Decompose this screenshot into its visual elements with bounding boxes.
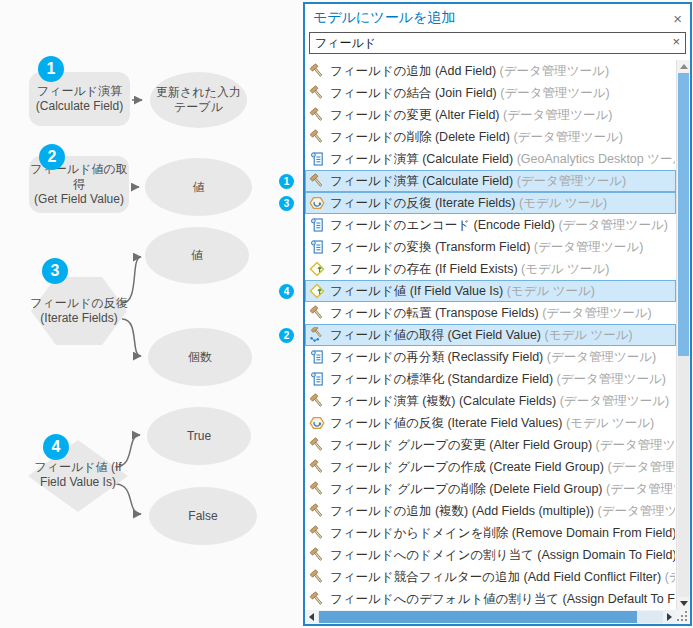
resize-grip[interactable] [676, 610, 690, 624]
diamond-icon [309, 283, 325, 299]
tool-row[interactable]: 3フィールドの反復 (Iterate Fields) (モデル ツール) [305, 192, 676, 214]
tool-row[interactable]: フィールド値の反復 (Iterate Field Values) (モデル ツー… [305, 412, 676, 434]
close-icon[interactable]: × [673, 11, 682, 26]
tool-label: フィールドの標準化 (Standardize Field) (データ管理ツール) [330, 371, 675, 388]
tool-row[interactable]: フィールド演算 (Calculate Field) (GeoAnalytics … [305, 148, 676, 170]
scroll-down-icon[interactable] [677, 597, 691, 610]
tool-row[interactable]: フィールドの再分類 (Reclassify Field) (データ管理ツール) [305, 346, 676, 368]
tool-row[interactable]: フィールドの転置 (Transpose Fields) (データ管理ツール) [305, 302, 676, 324]
tool-row[interactable]: フィールドへのデフォルト値の割り当て (Assign Default To Fi… [305, 588, 676, 610]
tool-label: フィールドの結合 (Join Field) (データ管理ツール) [330, 85, 675, 102]
output-false[interactable]: False [149, 487, 257, 545]
tool-name: フィールドの転置 (Transpose Fields) [330, 306, 542, 320]
model-canvas[interactable]: フィールド演算 (Calculate Field) 更新された入力 テーブル 1… [0, 0, 303, 628]
vertical-scroll-track[interactable] [678, 73, 689, 597]
node-iterate-fields-label: フィールドの反復 (Iterate Fields) [18, 296, 140, 326]
scroll-up-icon[interactable] [677, 60, 691, 73]
hammer-icon [309, 437, 325, 453]
tool-category: (データ管理ツール) [513, 130, 623, 144]
step-badge-1: 1 [38, 56, 64, 82]
tool-category: (データ管理ツール) [547, 350, 657, 364]
tool-name: フィールド演算 (Calculate Field) [330, 174, 517, 188]
tool-label: フィールドの追加 (Add Field) (データ管理ツール) [330, 63, 675, 80]
tool-name: フィールドの変換 (Transform Field) [330, 240, 534, 254]
hammer-icon [309, 85, 325, 101]
tool-row[interactable]: フィールドへのドメインの割り当て (Assign Domain To Field… [305, 544, 676, 566]
tool-row[interactable]: 4フィールド値 (If Field Value Is) (モデル ツール) [305, 280, 676, 302]
tool-row[interactable]: 1フィールド演算 (Calculate Field) (データ管理ツール) [305, 170, 676, 192]
tool-row[interactable]: フィールド演算 (複数) (Calculate Fields) (データ管理ツー… [305, 390, 676, 412]
tool-row[interactable]: フィールド グループの変更 (Alter Field Group) (データ管理… [305, 434, 676, 456]
search-input[interactable] [309, 32, 686, 54]
tool-category: (データ管理ツール) [503, 108, 613, 122]
tool-name: フィールドの反復 (Iterate Fields) [330, 196, 519, 210]
tool-name: フィールドの削除 (Delete Field) [330, 130, 513, 144]
horizontal-scrollbar[interactable] [305, 610, 676, 624]
step-badge-4: 4 [43, 434, 69, 460]
output-true[interactable]: True [147, 407, 251, 465]
add-tools-panel: モデルにツールを追加 × × フィールドの追加 (Add Field) (データ… [303, 2, 692, 626]
tool-label: フィールド グループの変更 (Alter Field Group) (データ管理… [330, 437, 675, 454]
hammer-icon [309, 305, 325, 321]
output-count[interactable]: 個数 [148, 328, 252, 386]
output-value-2[interactable]: 値 [145, 227, 249, 284]
scroll-left-icon[interactable] [305, 610, 318, 624]
output-updated-input-table[interactable]: 更新された入力 テーブル [150, 72, 247, 128]
hammer-icon [309, 107, 325, 123]
tool-row[interactable]: フィールドの追加 (Add Field) (データ管理ツール) [305, 60, 676, 82]
tool-name: フィールド値 (If Field Value Is) [330, 284, 507, 298]
scroll-icon [309, 151, 325, 167]
step-badge: 2 [279, 328, 294, 343]
panel-title: モデルにツールを追加 [313, 9, 455, 27]
output-value[interactable]: 値 [145, 158, 252, 216]
vertical-scrollbar[interactable] [676, 60, 690, 610]
tool-row[interactable]: フィールドの削除 (Delete Field) (データ管理ツール) [305, 126, 676, 148]
tool-row[interactable]: フィールドの追加 (複数) (Add Fields (multiple)) (デ… [305, 500, 676, 522]
tool-label: フィールド グループの作成 (Create Field Group) (データ管… [330, 459, 675, 476]
tool-row[interactable]: フィールドの変更 (Alter Field) (データ管理ツール) [305, 104, 676, 126]
tool-name: フィールド演算 (複数) (Calculate Fields) [330, 394, 560, 408]
tool-name: フィールドのエンコード (Encode Field) [330, 218, 558, 232]
tool-row[interactable]: フィールド競合フィルターの追加 (Add Field Conflict Filt… [305, 566, 676, 588]
tool-name: フィールドの標準化 (Standardize Field) [330, 372, 557, 386]
tool-category: (データ管理ツール) [557, 372, 667, 386]
tool-row[interactable]: フィールド グループの作成 (Create Field Group) (データ管… [305, 456, 676, 478]
step-badge-2: 2 [39, 144, 65, 170]
tool-label: フィールドの追加 (複数) (Add Fields (multiple)) (デ… [330, 503, 675, 520]
hammer-icon [309, 591, 325, 607]
clear-search-icon[interactable]: × [672, 35, 680, 48]
scroll-icon [309, 217, 325, 233]
step-badge: 4 [279, 284, 294, 299]
scroll-right-icon[interactable] [663, 610, 676, 624]
vertical-scroll-thumb[interactable] [678, 73, 689, 356]
tool-row[interactable]: フィールドの結合 (Join Field) (データ管理ツール) [305, 82, 676, 104]
tool-row[interactable]: フィールドのエンコード (Encode Field) (データ管理ツール) [305, 214, 676, 236]
tool-name: フィールドへのデフォルト値の割り当て (Assign Default To Fi… [330, 592, 675, 606]
step-badge: 1 [279, 174, 294, 189]
hammer-icon [309, 63, 325, 79]
tool-label: フィールド演算 (Calculate Field) (データ管理ツール) [330, 173, 675, 190]
horizontal-scroll-thumb[interactable] [319, 611, 637, 623]
tool-list: フィールドの追加 (Add Field) (データ管理ツール)フィールドの結合 … [305, 60, 676, 610]
tool-label: フィールド競合フィルターの追加 (Add Field Conflict Filt… [330, 569, 675, 586]
tool-category: (モデル ツール) [519, 196, 607, 210]
tool-label: フィールドの転置 (Transpose Fields) (データ管理ツール) [330, 305, 675, 322]
hammer-dots-icon [309, 327, 325, 343]
tool-row[interactable]: フィールドの変換 (Transform Field) (データ管理ツール) [305, 236, 676, 258]
tool-row[interactable]: フィールド グループの削除 (Delete Field Group) (データ管… [305, 478, 676, 500]
hammer-icon [309, 459, 325, 475]
tool-row[interactable]: フィールドからドメインを削除 (Remove Domain From Field… [305, 522, 676, 544]
horizontal-scroll-track[interactable] [318, 611, 663, 623]
tool-row[interactable]: フィールドの標準化 (Standardize Field) (データ管理ツール) [305, 368, 676, 390]
hammer-icon [309, 525, 325, 541]
step-badge-3: 3 [42, 258, 68, 284]
tool-category: (データ管理ツール) [558, 218, 668, 232]
tool-row[interactable]: フィールドの存在 (If Field Exists) (モデル ツール) [305, 258, 676, 280]
hammer-icon [309, 503, 325, 519]
tool-row[interactable]: 2フィールド値の取得 (Get Field Value) (モデル ツール) [305, 324, 676, 346]
tool-label: フィールドのエンコード (Encode Field) (データ管理ツール) [330, 217, 675, 234]
modelbuilder-window: フィールド演算 (Calculate Field) 更新された入力 テーブル 1… [0, 0, 693, 628]
tool-name: フィールド競合フィルターの追加 (Add Field Conflict Filt… [330, 570, 665, 584]
tool-name: フィールドの追加 (Add Field) [330, 64, 500, 78]
scroll-icon [309, 239, 325, 255]
